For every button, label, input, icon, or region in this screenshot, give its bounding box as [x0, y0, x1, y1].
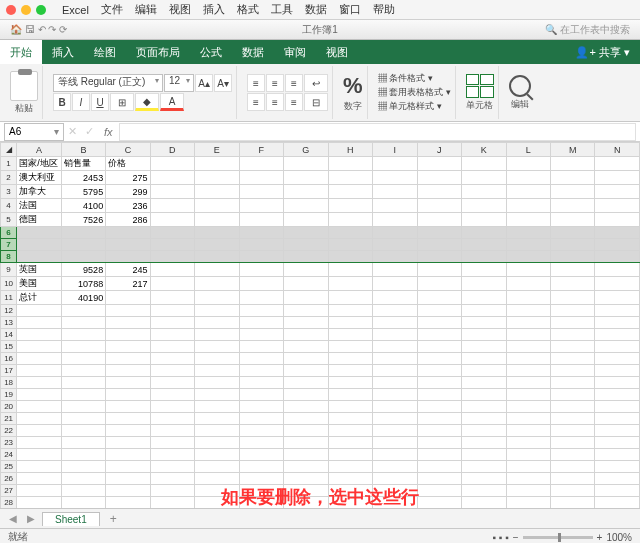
mac-menu-item[interactable]: 格式 [233, 2, 263, 17]
align-left[interactable]: ≡ [247, 93, 265, 111]
underline-button[interactable]: U [91, 93, 109, 111]
mac-menu-item[interactable]: 文件 [97, 2, 127, 17]
font-family-select[interactable]: 等线 Regular (正文) [53, 74, 163, 92]
quick-access[interactable]: 🏠 🖫 ↶ ↷ ⟳ [10, 24, 67, 35]
align-mid[interactable]: ≡ [266, 74, 284, 92]
zoom-slider [523, 536, 593, 539]
number-group: % 数字 [339, 66, 368, 119]
zoom-controls[interactable]: ▪ ▪ ▪−+ 100% [493, 532, 632, 543]
tab-layout[interactable]: 页面布局 [126, 40, 190, 64]
align-ctr[interactable]: ≡ [266, 93, 284, 111]
align-right[interactable]: ≡ [285, 93, 303, 111]
mac-menu-item[interactable]: 窗口 [335, 2, 365, 17]
sheet-search[interactable]: 🔍 在工作表中搜索 [545, 23, 630, 37]
fx-icon[interactable]: fx [98, 126, 119, 138]
mac-menu-item[interactable]: 数据 [301, 2, 331, 17]
tab-home[interactable]: 开始 [0, 40, 42, 64]
mac-menu-item[interactable]: Excel [58, 4, 93, 16]
italic-button[interactable]: I [72, 93, 90, 111]
cells-group: 单元格 [462, 66, 499, 119]
zoom-value: 100% [606, 532, 632, 543]
table-format[interactable]: ▦ 套用表格格式 ▾ [378, 86, 451, 99]
name-box[interactable]: A6▾ [4, 123, 64, 141]
tab-view[interactable]: 视图 [316, 40, 358, 64]
formula-bar: A6▾ ✕✓ fx [0, 122, 640, 142]
clipboard-group: 粘贴 [6, 66, 43, 119]
wrap[interactable]: ↩ [304, 74, 328, 92]
share-button[interactable]: 👤+ 共享 ▾ [565, 45, 640, 60]
title-bar: 🏠 🖫 ↶ ↷ ⟳ 工作簿1 🔍 在工作表中搜索 [0, 20, 640, 40]
add-sheet-button[interactable]: + [104, 512, 123, 526]
ribbon: 粘贴 等线 Regular (正文) 12 A▴ A▾ B I U ⊞ ◆ A … [0, 64, 640, 122]
edit-group: 编辑 [505, 66, 535, 119]
search-icon[interactable] [509, 75, 531, 97]
cond-format[interactable]: ▦ 条件格式 ▾ [378, 72, 433, 85]
sheet-tab[interactable]: Sheet1 [42, 512, 100, 526]
border-button[interactable]: ⊞ [110, 93, 134, 111]
align-bot[interactable]: ≡ [285, 74, 303, 92]
window-controls[interactable] [6, 5, 46, 15]
nav-prev[interactable]: ◀ [6, 513, 20, 524]
annotation-caption: 如果要删除，选中这些行 [221, 485, 419, 509]
doc-title: 工作簿1 [302, 23, 338, 37]
mac-menu-item[interactable]: 视图 [165, 2, 195, 17]
tab-formula[interactable]: 公式 [190, 40, 232, 64]
mac-menu-item[interactable]: 插入 [199, 2, 229, 17]
spreadsheet-grid[interactable]: ◢ABCDEFGHIJKLMN1国家/地区销售量价格2澳大利亚24532753加… [0, 142, 640, 508]
tab-draw[interactable]: 绘图 [84, 40, 126, 64]
mac-menu-item[interactable]: 编辑 [131, 2, 161, 17]
align-top[interactable]: ≡ [247, 74, 265, 92]
formula-input[interactable] [119, 123, 636, 141]
mac-menu-item[interactable]: 帮助 [369, 2, 399, 17]
font-color-button[interactable]: A [160, 93, 184, 111]
ribbon-tabs: 开始 插入 绘图 页面布局 公式 数据 审阅 视图 👤+ 共享 ▾ [0, 40, 640, 64]
fill-color-button[interactable]: ◆ [135, 93, 159, 111]
styles-group: ▦ 条件格式 ▾ ▦ 套用表格格式 ▾ ▦ 单元格样式 ▾ [374, 66, 456, 119]
cell-styles[interactable]: ▦ 单元格样式 ▾ [378, 100, 442, 113]
sheet-tabs: ◀ ▶ Sheet1 + [0, 508, 640, 528]
status-bar: 就绪 ▪ ▪ ▪−+ 100% [0, 528, 640, 543]
bold-button[interactable]: B [53, 93, 71, 111]
increase-font-button[interactable]: A▴ [195, 74, 213, 92]
mac-menu-item[interactable]: 工具 [267, 2, 297, 17]
status-text: 就绪 [8, 530, 28, 543]
paste-icon[interactable] [10, 71, 38, 101]
percent-icon[interactable]: % [343, 73, 363, 99]
merge[interactable]: ⊟ [304, 93, 328, 111]
mac-menu-bar: Excel 文件 编辑 视图 插入 格式 工具 数据 窗口 帮助 [0, 0, 640, 20]
cells-icon[interactable] [466, 74, 494, 98]
font-group: 等线 Regular (正文) 12 A▴ A▾ B I U ⊞ ◆ A [49, 66, 237, 119]
tab-data[interactable]: 数据 [232, 40, 274, 64]
font-size-select[interactable]: 12 [164, 74, 194, 92]
tab-insert[interactable]: 插入 [42, 40, 84, 64]
decrease-font-button[interactable]: A▾ [214, 74, 232, 92]
align-group: ≡≡≡↩ ≡≡≡⊟ [243, 66, 333, 119]
tab-review[interactable]: 审阅 [274, 40, 316, 64]
nav-next[interactable]: ▶ [24, 513, 38, 524]
